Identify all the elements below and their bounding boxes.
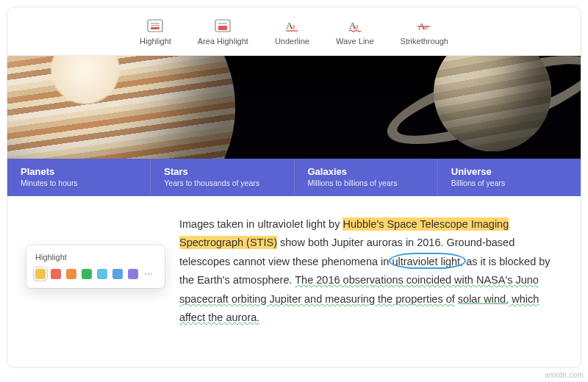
swatch-green[interactable] — [82, 269, 92, 279]
article-text: Images taken in ultraviolet light by — [179, 218, 343, 230]
app-window: Highlight Area Highlight Aa Underline Aa… — [7, 7, 581, 367]
hero-image — [7, 56, 581, 159]
swatch-row: ⋯ — [35, 269, 156, 279]
band-subtitle: Years to thousands of years — [164, 179, 280, 187]
jupiter-illustration — [7, 56, 235, 159]
band-title: Stars — [164, 166, 280, 177]
tool-label: Highlight — [140, 37, 171, 46]
svg-rect-3 — [151, 27, 159, 29]
band-cell-stars[interactable]: Stars Years to thousands of years — [151, 159, 294, 196]
swatch-purple[interactable] — [128, 269, 138, 279]
underlined-span[interactable]: solar wind, — [458, 293, 509, 305]
wave-line-tool[interactable]: Aa Wave Line — [336, 18, 374, 46]
band-subtitle: Billions of years — [451, 179, 567, 187]
swatch-cyan[interactable] — [97, 269, 107, 279]
band-subtitle: Minutes to hours — [21, 179, 137, 187]
swatch-yellow[interactable] — [35, 269, 46, 279]
svg-text:a: a — [292, 22, 295, 30]
band-subtitle: Millions to billions of years — [308, 179, 424, 187]
swatch-blue[interactable] — [112, 269, 123, 279]
swatch-orange[interactable] — [66, 269, 76, 279]
underline-tool[interactable]: Aa Underline — [275, 18, 309, 46]
circled-span[interactable]: ultraviolet light, — [392, 256, 463, 267]
underline-icon: Aa — [283, 18, 301, 34]
wave-line-icon: Aa — [346, 18, 364, 34]
highlight-tool[interactable]: Highlight — [140, 18, 171, 46]
band-title: Planets — [21, 166, 137, 177]
saturn-illustration — [412, 56, 573, 159]
highlight-icon — [146, 18, 164, 34]
strikethrough-icon: Aa — [415, 18, 433, 34]
more-colors-icon[interactable]: ⋯ — [143, 269, 154, 279]
tool-label: Strikethrough — [401, 37, 448, 46]
highlight-color-popover: Highlight ⋯ — [26, 245, 165, 288]
tool-label: Underline — [275, 37, 309, 46]
band-title: Galaxies — [308, 166, 424, 177]
annotation-toolbar: Highlight Area Highlight Aa Underline Aa… — [7, 7, 581, 56]
area-highlight-icon — [214, 18, 232, 34]
svg-rect-6 — [218, 26, 227, 30]
band-cell-planets[interactable]: Planets Minutes to hours — [7, 159, 151, 196]
swatch-red[interactable] — [51, 269, 61, 279]
palette-title: Highlight — [35, 253, 156, 262]
strikethrough-tool[interactable]: Aa Strikethrough — [401, 18, 448, 46]
band-cell-galaxies[interactable]: Galaxies Millions to billions of years — [295, 159, 438, 196]
timescale-band: Planets Minutes to hours Stars Years to … — [7, 159, 581, 196]
watermark-text: wsxdn.com — [545, 371, 584, 379]
svg-text:a: a — [355, 22, 359, 30]
band-title: Universe — [451, 166, 567, 177]
tool-label: Wave Line — [336, 37, 374, 46]
area-highlight-tool[interactable]: Area Highlight — [198, 18, 248, 46]
band-cell-universe[interactable]: Universe Billions of years — [438, 159, 581, 196]
tool-label: Area Highlight — [198, 37, 248, 46]
